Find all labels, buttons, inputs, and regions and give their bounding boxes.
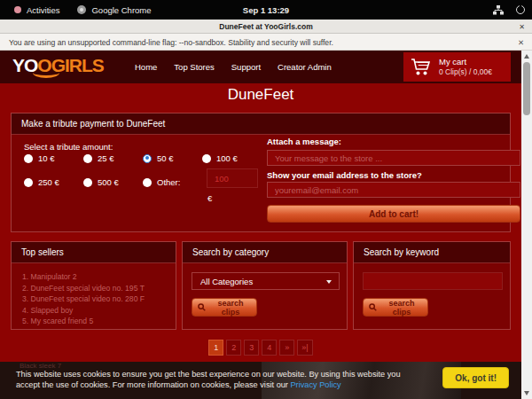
warning-text: You are using an unsupported command-lin… — [9, 34, 333, 51]
nav-link[interactable]: Top Stores — [174, 62, 214, 72]
category-select[interactable]: All Categories — [192, 272, 340, 290]
cart-summary: 0 Clip(s) / 0,00€ — [439, 67, 492, 77]
window-title: DuneFeet at YooGirls.com — [0, 20, 532, 34]
site-logo[interactable]: YOOGIRLS — [12, 54, 104, 77]
search-category-header: Search by category — [183, 242, 347, 263]
radio-label: 250 € — [38, 177, 59, 187]
tribute-amount-option[interactable]: 50 € — [143, 153, 202, 163]
top-sellers-header: Top sellers — [12, 242, 176, 263]
chrome-icon — [77, 5, 86, 14]
search-icon — [198, 303, 206, 311]
top-sellers-panel: Top sellers Manipulator 2DuneFeet specia… — [11, 241, 176, 330]
email-label: Show your email address to the store? — [267, 170, 422, 180]
radio-icon — [143, 154, 152, 163]
cookie-consent-bar: Black sleek 7 This website uses cookies … — [0, 362, 521, 399]
cookie-text: This website uses cookies to ensure you … — [16, 370, 426, 390]
browser-warning-bar: You are using an unsupported command-lin… — [0, 34, 532, 51]
tribute-amount-option[interactable]: 500 € — [83, 177, 143, 187]
keyword-input[interactable] — [363, 272, 503, 290]
pagination-button[interactable]: » — [279, 340, 294, 356]
pagination-button[interactable]: 1 — [208, 340, 223, 356]
pagination-button[interactable]: 2 — [226, 340, 241, 356]
scroll-down-arrow-icon[interactable] — [524, 391, 529, 395]
pagination-button[interactable]: 4 — [262, 340, 277, 356]
cart-title: My cart — [439, 57, 492, 67]
cookie-text-body: This website uses cookies to ensure you … — [16, 370, 401, 389]
pagination-button[interactable]: 3 — [244, 340, 259, 356]
radio-icon — [83, 178, 92, 187]
search-clips-label: search clips — [381, 299, 422, 317]
nav-link[interactable]: Creator Admin — [278, 62, 332, 72]
radio-icon — [83, 154, 92, 163]
cart-icon — [411, 58, 432, 77]
browser-viewport: YOOGIRLS HomeTop StoresSupportCreator Ad… — [0, 51, 532, 399]
search-clips-keyword-button[interactable]: search clips — [363, 298, 428, 317]
scrollbar-thumb[interactable] — [523, 62, 530, 115]
radio-icon — [143, 178, 152, 187]
scrollbar[interactable] — [521, 51, 532, 399]
search-clips-category-button[interactable]: search clips — [192, 298, 257, 317]
my-cart-button[interactable]: My cart 0 Clip(s) / 0,00€ — [403, 52, 511, 82]
message-input[interactable] — [267, 150, 520, 166]
radio-label: 10 € — [38, 153, 55, 163]
activities-button[interactable]: Activities — [9, 0, 65, 20]
site-header: YOOGIRLS HomeTop StoresSupportCreator Ad… — [0, 51, 521, 83]
chevron-down-icon — [326, 280, 332, 284]
window-close-button[interactable]: ✕ — [519, 20, 525, 34]
tribute-amount-option[interactable]: 100 € — [202, 153, 273, 163]
add-to-cart-button[interactable]: Add to cart! — [267, 205, 520, 223]
recording-dot-icon — [14, 6, 21, 13]
privacy-policy-link[interactable]: Privacy Policy — [290, 380, 340, 389]
site-content: YOOGIRLS HomeTop StoresSupportCreator Ad… — [0, 51, 521, 399]
amount-label: Select a tribute amount: — [24, 142, 113, 152]
radio-label: 25 € — [98, 153, 114, 163]
top-seller-item[interactable]: Manipulator 2 — [22, 271, 167, 283]
search-icon — [369, 303, 377, 311]
cookie-ok-button[interactable]: Ok, got it! — [442, 367, 509, 388]
app-name-label: Google Chrome — [91, 5, 151, 15]
radio-label: 100 € — [216, 153, 238, 163]
currency-label: € — [207, 193, 212, 203]
nav-link[interactable]: Home — [135, 62, 157, 72]
search-keyword-header: Search by keyword — [354, 242, 510, 263]
tribute-amount-option[interactable]: 25 € — [83, 153, 143, 163]
screen: Activities Google Chrome Sep 1 13:29 Dun… — [0, 0, 532, 399]
email-input[interactable] — [267, 182, 520, 198]
nav-link[interactable]: Support — [231, 62, 261, 72]
window-title-bar: DuneFeet at YooGirls.com ✕ — [0, 20, 532, 34]
tribute-amount-option[interactable]: 250 € — [24, 177, 83, 187]
tribute-panel-header: Make a tribute payment to DuneFeet — [12, 113, 510, 135]
tribute-amount-option[interactable]: Other: — [143, 177, 202, 187]
power-icon[interactable] — [516, 5, 525, 14]
search-keyword-panel: Search by keyword search clips — [353, 241, 511, 330]
system-top-bar: Activities Google Chrome Sep 1 13:29 — [0, 0, 532, 20]
radio-label: 50 € — [157, 153, 174, 163]
page-title: DuneFeet — [0, 86, 521, 104]
message-label: Attach a message: — [267, 137, 341, 146]
radio-icon — [202, 154, 211, 163]
search-clips-label: search clips — [210, 299, 251, 317]
logo-smile-icon — [33, 67, 59, 78]
background-text: Black sleek 7 — [20, 362, 61, 370]
search-category-panel: Search by category All Categories search… — [182, 241, 348, 330]
scroll-up-arrow-icon[interactable] — [524, 54, 529, 59]
pagination: 1234»»| — [0, 340, 521, 356]
active-app-menu[interactable]: Google Chrome — [72, 0, 156, 20]
tribute-amount-option[interactable]: 10 € — [24, 153, 83, 163]
warning-close-button[interactable]: ✕ — [518, 34, 524, 51]
activities-label: Activities — [27, 5, 59, 15]
radio-label: Other: — [157, 177, 180, 187]
pagination-button[interactable]: »| — [297, 340, 312, 356]
network-icon[interactable] — [493, 5, 504, 15]
other-amount-input[interactable] — [207, 168, 258, 188]
category-selected-value: All Categories — [200, 277, 253, 286]
top-seller-item[interactable]: Slapped boy — [22, 305, 167, 317]
main-nav: HomeTop StoresSupportCreator Admin — [135, 51, 332, 83]
radio-icon — [24, 154, 33, 163]
top-sellers-list: Manipulator 2DuneFeet special video no. … — [12, 263, 176, 327]
radio-label: 500 € — [98, 177, 119, 187]
top-seller-item[interactable]: My scared friend 5 — [22, 316, 167, 327]
tribute-panel: Make a tribute payment to DuneFeet Selec… — [11, 113, 511, 232]
top-seller-item[interactable]: DuneFeet special video no. 195 T — [22, 283, 167, 294]
top-seller-item[interactable]: DuneFeet special video no. 280 F — [22, 293, 167, 305]
